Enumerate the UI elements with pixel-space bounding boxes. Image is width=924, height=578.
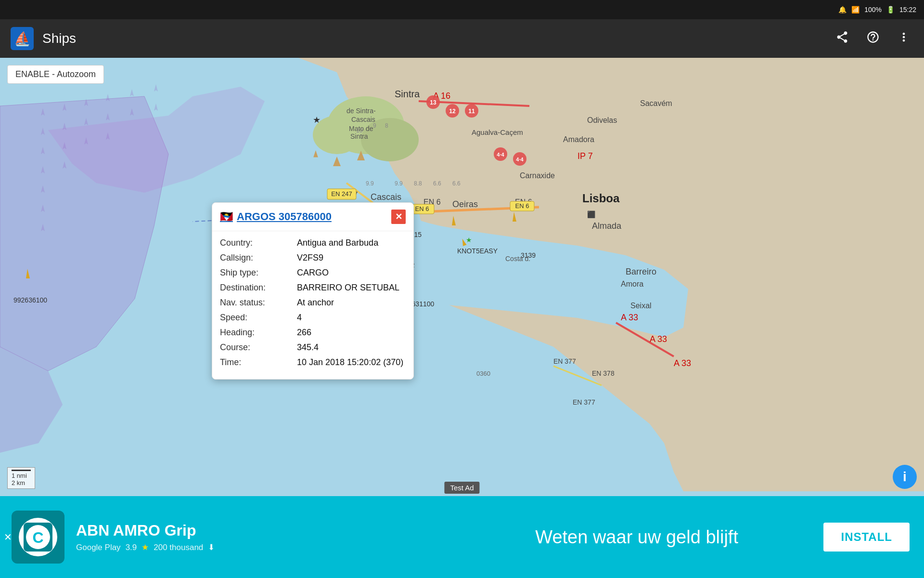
svg-text:EN 6: EN 6	[415, 205, 429, 212]
status-icons: 🔔 📶 100% 🔋 15:22	[838, 6, 916, 13]
popup-header: 🇦🇬 ARGOS 305786000 ✕	[212, 203, 413, 231]
svg-text:Oeiras: Oeiras	[452, 199, 478, 209]
ad-app-icon: C	[12, 511, 64, 564]
svg-text:A 33: A 33	[621, 313, 638, 322]
battery-label: 100%	[864, 6, 882, 13]
map-svg: EN 247 EN 6 EN 6 A 16 A 33 A 33 A 33 EN …	[0, 58, 924, 496]
svg-text:11: 11	[468, 108, 475, 115]
toolbar-actions	[832, 26, 914, 51]
svg-text:8.8: 8.8	[414, 180, 422, 187]
callsign-value: V2FS9	[297, 253, 323, 263]
popup-close-button[interactable]: ✕	[391, 210, 406, 224]
svg-text:6.6: 6.6	[452, 180, 461, 187]
status-bar: 🔔 📶 100% 🔋 15:22	[0, 0, 924, 19]
share-button[interactable]	[832, 26, 853, 51]
svg-text:de Sintra-: de Sintra-	[346, 107, 376, 115]
time-value: 10 Jan 2018 15:20:02 (370)	[297, 357, 403, 368]
svg-text:KNOT5EASY: KNOT5EASY	[457, 247, 498, 255]
app-logo: ⛵	[10, 26, 35, 51]
svg-text:13: 13	[430, 99, 436, 106]
popup-heading-row: Heading: 266	[220, 328, 406, 338]
svg-text:Agualva-Caçem: Agualva-Caçem	[472, 128, 523, 136]
svg-text:⬛: ⬛	[587, 210, 596, 219]
map-area[interactable]: EN 247 EN 6 EN 6 A 16 A 33 A 33 A 33 EN …	[0, 58, 924, 496]
notification-icon: 🔔	[838, 6, 847, 13]
svg-text:EN 377: EN 377	[573, 398, 595, 406]
popup-ship-name: 🇦🇬 ARGOS 305786000	[220, 210, 332, 223]
heading-label: Heading:	[220, 328, 297, 338]
svg-text:12: 12	[449, 108, 456, 115]
destination-value: BARREIRO OR SETUBAL	[297, 283, 399, 293]
svg-text:3139: 3139	[521, 251, 536, 259]
svg-text:Cascais: Cascais	[371, 192, 401, 202]
popup-destination-row: Destination: BARREIRO OR SETUBAL	[220, 283, 406, 293]
info-button[interactable]: i	[893, 465, 917, 489]
time-label: 15:22	[899, 6, 916, 13]
svg-text:Odivelas: Odivelas	[587, 116, 617, 124]
ad-icon-inner: C	[19, 518, 57, 556]
svg-text:Sacavém: Sacavém	[640, 99, 672, 107]
svg-text:9.9: 9.9	[395, 180, 403, 187]
menu-button[interactable]	[893, 26, 914, 51]
speed-value: 4	[297, 313, 302, 323]
svg-text:0360: 0360	[476, 370, 490, 377]
svg-text:Sintra: Sintra	[395, 89, 420, 99]
autozoom-button[interactable]: ENABLE - Autozoom	[7, 65, 104, 84]
popup-course-row: Course: 345.4	[220, 342, 406, 353]
svg-text:A 33: A 33	[674, 358, 691, 368]
svg-text:9: 9	[373, 122, 376, 129]
rating-star: ★	[141, 542, 149, 552]
svg-text:Seixal: Seixal	[630, 302, 652, 310]
app-title: Ships	[42, 31, 832, 46]
scale-nmi: 1 nmi	[12, 472, 31, 479]
popup-navstatus-row: Nav. status: At anchor	[220, 298, 406, 308]
ad-info: ABN AMRO Grip Google Play 3.9 ★ 200 thou…	[76, 522, 450, 552]
popup-shiptype-row: Ship type: CARGO	[220, 268, 406, 278]
popup-body: Country: Antigua and Barbuda Callsign: V…	[212, 231, 413, 379]
heading-value: 266	[297, 328, 311, 338]
install-button[interactable]: INSTALL	[823, 523, 910, 552]
ship-name-text[interactable]: ARGOS 305786000	[237, 210, 332, 223]
callsign-label: Callsign:	[220, 253, 297, 263]
help-button[interactable]	[862, 26, 884, 51]
ad-dismiss-button[interactable]: ✕	[0, 527, 16, 547]
svg-text:10: 10	[356, 127, 363, 134]
course-value: 345.4	[297, 342, 319, 353]
svg-text:4·4: 4·4	[497, 152, 504, 158]
svg-text:4·4: 4·4	[516, 157, 524, 162]
svg-text:6.6: 6.6	[433, 180, 441, 187]
ad-banner: Test Ad C ABN AMRO Grip Google Play 3.9 …	[0, 496, 924, 578]
scale-km: 2 km	[12, 479, 31, 486]
svg-text:EN 6: EN 6	[515, 202, 529, 210]
popup-country-row: Country: Antigua and Barbuda	[220, 238, 406, 248]
svg-text:Lisboa: Lisboa	[582, 192, 620, 205]
country-value: Antigua and Barbuda	[297, 238, 378, 248]
test-ad-label: Test Ad	[444, 482, 479, 494]
ship-type-value: CARGO	[297, 268, 329, 278]
svg-text:★: ★	[466, 236, 472, 244]
popup-callsign-row: Callsign: V2FS9	[220, 253, 406, 263]
svg-text:IP 7: IP 7	[578, 151, 593, 161]
svg-text:Amora: Amora	[621, 280, 643, 288]
svg-text:Cascais: Cascais	[351, 116, 375, 123]
svg-text:★: ★	[313, 115, 321, 125]
svg-text:EN 247: EN 247	[331, 190, 352, 197]
svg-text:Amadora: Amadora	[563, 135, 594, 144]
svg-text:8: 8	[385, 122, 388, 129]
app-bar: ⛵ Ships	[0, 19, 924, 58]
destination-label: Destination:	[220, 283, 297, 293]
svg-text:A 33: A 33	[650, 334, 667, 344]
svg-text:992636100: 992636100	[13, 296, 47, 304]
downloads-count: 200 thousand	[154, 543, 203, 552]
wifi-icon: 📶	[851, 6, 860, 13]
battery-icon: 🔋	[886, 6, 895, 13]
scale-indicator: 1 nmi 2 km	[7, 467, 35, 489]
course-label: Course:	[220, 342, 297, 353]
popup-time-row: Time: 10 Jan 2018 15:20:02 (370)	[220, 357, 406, 368]
svg-text:EN 377: EN 377	[553, 357, 576, 365]
download-icon: ⬇	[208, 542, 215, 552]
ship-info-popup: 🇦🇬 ARGOS 305786000 ✕ Country: Antigua an…	[212, 202, 414, 380]
ad-app-name: ABN AMRO Grip	[76, 522, 450, 539]
rating-value: 3.9	[126, 543, 137, 552]
nav-status-label: Nav. status:	[220, 298, 297, 308]
